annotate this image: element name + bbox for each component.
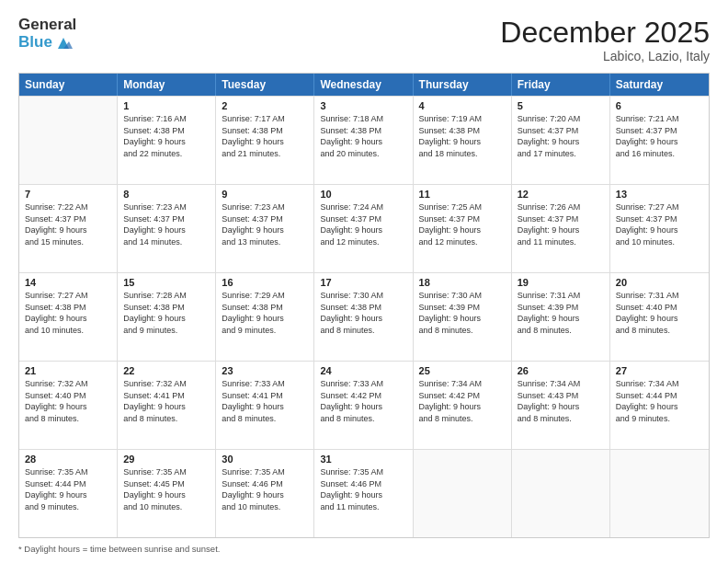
day-number: 10 [320, 189, 406, 200]
day-number: 28 [25, 454, 111, 465]
day-number: 13 [616, 189, 703, 200]
calendar-cell: 23Sunrise: 7:33 AMSunset: 4:41 PMDayligh… [216, 362, 314, 449]
calendar-cell: 16Sunrise: 7:29 AMSunset: 4:38 PMDayligh… [216, 273, 314, 361]
day-number: 17 [320, 277, 406, 288]
day-info: Sunrise: 7:25 AMSunset: 4:37 PMDaylight:… [419, 201, 506, 247]
logo: General Blue [18, 17, 76, 52]
day-number: 6 [616, 100, 703, 111]
location: Labico, Lazio, Italy [500, 49, 710, 63]
day-info: Sunrise: 7:35 AMSunset: 4:44 PMDaylight:… [25, 466, 111, 512]
calendar-cell [610, 450, 709, 537]
header-cell-friday: Friday [512, 74, 610, 96]
calendar-cell: 17Sunrise: 7:30 AMSunset: 4:38 PMDayligh… [314, 273, 413, 361]
logo-blue: Blue [18, 34, 52, 52]
day-info: Sunrise: 7:23 AMSunset: 4:37 PMDaylight:… [222, 201, 308, 247]
calendar-body: 1Sunrise: 7:16 AMSunset: 4:38 PMDaylight… [19, 96, 709, 537]
week-row-1: 1Sunrise: 7:16 AMSunset: 4:38 PMDaylight… [19, 96, 709, 184]
day-info: Sunrise: 7:32 AMSunset: 4:40 PMDaylight:… [25, 378, 111, 424]
day-number: 15 [123, 277, 210, 288]
calendar-cell: 11Sunrise: 7:25 AMSunset: 4:37 PMDayligh… [414, 185, 512, 272]
day-info: Sunrise: 7:35 AMSunset: 4:45 PMDaylight:… [123, 466, 210, 512]
day-info: Sunrise: 7:34 AMSunset: 4:43 PMDaylight:… [518, 378, 604, 424]
day-info: Sunrise: 7:33 AMSunset: 4:42 PMDaylight:… [320, 378, 406, 424]
calendar-cell: 24Sunrise: 7:33 AMSunset: 4:42 PMDayligh… [314, 362, 413, 449]
day-number: 31 [320, 454, 406, 465]
header-cell-monday: Monday [118, 74, 216, 96]
calendar-cell [512, 450, 610, 537]
day-info: Sunrise: 7:29 AMSunset: 4:38 PMDaylight:… [222, 290, 308, 336]
calendar-cell: 19Sunrise: 7:31 AMSunset: 4:39 PMDayligh… [512, 273, 610, 361]
calendar-cell: 4Sunrise: 7:19 AMSunset: 4:38 PMDaylight… [414, 97, 512, 184]
calendar-cell: 1Sunrise: 7:16 AMSunset: 4:38 PMDaylight… [118, 97, 216, 184]
day-info: Sunrise: 7:31 AMSunset: 4:40 PMDaylight:… [616, 290, 703, 336]
calendar-cell: 10Sunrise: 7:24 AMSunset: 4:37 PMDayligh… [314, 185, 413, 272]
calendar-cell: 26Sunrise: 7:34 AMSunset: 4:43 PMDayligh… [512, 362, 610, 449]
calendar-cell: 18Sunrise: 7:30 AMSunset: 4:39 PMDayligh… [414, 273, 512, 361]
calendar: SundayMondayTuesdayWednesdayThursdayFrid… [18, 73, 710, 538]
day-info: Sunrise: 7:34 AMSunset: 4:42 PMDaylight:… [419, 378, 506, 424]
calendar-cell [19, 97, 118, 184]
day-info: Sunrise: 7:27 AMSunset: 4:37 PMDaylight:… [616, 201, 703, 247]
calendar-cell: 25Sunrise: 7:34 AMSunset: 4:42 PMDayligh… [414, 362, 512, 449]
day-info: Sunrise: 7:18 AMSunset: 4:38 PMDaylight:… [320, 113, 406, 159]
day-info: Sunrise: 7:23 AMSunset: 4:37 PMDaylight:… [123, 201, 210, 247]
day-info: Sunrise: 7:35 AMSunset: 4:46 PMDaylight:… [222, 466, 308, 512]
day-info: Sunrise: 7:19 AMSunset: 4:38 PMDaylight:… [419, 113, 506, 159]
day-info: Sunrise: 7:21 AMSunset: 4:37 PMDaylight:… [616, 113, 703, 159]
calendar-cell: 27Sunrise: 7:34 AMSunset: 4:44 PMDayligh… [610, 362, 709, 449]
calendar-cell: 14Sunrise: 7:27 AMSunset: 4:38 PMDayligh… [19, 273, 118, 361]
day-number: 2 [222, 100, 308, 111]
calendar-cell: 12Sunrise: 7:26 AMSunset: 4:37 PMDayligh… [512, 185, 610, 272]
calendar-cell: 6Sunrise: 7:21 AMSunset: 4:37 PMDaylight… [610, 97, 709, 184]
day-info: Sunrise: 7:33 AMSunset: 4:41 PMDaylight:… [222, 378, 308, 424]
day-number: 29 [123, 454, 210, 465]
calendar-cell [414, 450, 512, 537]
day-number: 7 [25, 189, 111, 200]
day-number: 19 [518, 277, 604, 288]
day-number: 26 [518, 365, 604, 376]
day-number: 9 [222, 189, 308, 200]
week-row-3: 14Sunrise: 7:27 AMSunset: 4:38 PMDayligh… [19, 272, 709, 361]
week-row-2: 7Sunrise: 7:22 AMSunset: 4:37 PMDaylight… [19, 184, 709, 272]
calendar-cell: 21Sunrise: 7:32 AMSunset: 4:40 PMDayligh… [19, 362, 118, 449]
calendar-cell: 3Sunrise: 7:18 AMSunset: 4:38 PMDaylight… [314, 97, 413, 184]
day-info: Sunrise: 7:30 AMSunset: 4:38 PMDaylight:… [320, 290, 406, 336]
day-number: 12 [518, 189, 604, 200]
header: General Blue December 2025 Labico, Lazio… [18, 17, 710, 63]
calendar-cell: 2Sunrise: 7:17 AMSunset: 4:38 PMDaylight… [216, 97, 314, 184]
week-row-4: 21Sunrise: 7:32 AMSunset: 4:40 PMDayligh… [19, 361, 709, 449]
day-number: 1 [123, 100, 210, 111]
header-cell-sunday: Sunday [19, 74, 118, 96]
calendar-cell: 31Sunrise: 7:35 AMSunset: 4:46 PMDayligh… [314, 450, 413, 537]
day-info: Sunrise: 7:16 AMSunset: 4:38 PMDaylight:… [123, 113, 210, 159]
day-number: 16 [222, 277, 308, 288]
calendar-header: SundayMondayTuesdayWednesdayThursdayFrid… [19, 74, 709, 96]
calendar-cell: 8Sunrise: 7:23 AMSunset: 4:37 PMDaylight… [118, 185, 216, 272]
day-number: 4 [419, 100, 506, 111]
day-info: Sunrise: 7:20 AMSunset: 4:37 PMDaylight:… [518, 113, 604, 159]
day-info: Sunrise: 7:30 AMSunset: 4:39 PMDaylight:… [419, 290, 506, 336]
day-info: Sunrise: 7:32 AMSunset: 4:41 PMDaylight:… [123, 378, 210, 424]
day-number: 11 [419, 189, 506, 200]
header-cell-tuesday: Tuesday [216, 74, 314, 96]
calendar-cell: 29Sunrise: 7:35 AMSunset: 4:45 PMDayligh… [118, 450, 216, 537]
header-cell-saturday: Saturday [610, 74, 709, 96]
calendar-cell: 15Sunrise: 7:28 AMSunset: 4:38 PMDayligh… [118, 273, 216, 361]
calendar-cell: 9Sunrise: 7:23 AMSunset: 4:37 PMDaylight… [216, 185, 314, 272]
header-cell-wednesday: Wednesday [314, 74, 413, 96]
calendar-cell: 28Sunrise: 7:35 AMSunset: 4:44 PMDayligh… [19, 450, 118, 537]
calendar-cell: 7Sunrise: 7:22 AMSunset: 4:37 PMDaylight… [19, 185, 118, 272]
day-info: Sunrise: 7:17 AMSunset: 4:38 PMDaylight:… [222, 113, 308, 159]
calendar-cell: 22Sunrise: 7:32 AMSunset: 4:41 PMDayligh… [118, 362, 216, 449]
day-number: 23 [222, 365, 308, 376]
day-number: 8 [123, 189, 210, 200]
day-info: Sunrise: 7:26 AMSunset: 4:37 PMDaylight:… [518, 201, 604, 247]
footer: * Daylight hours = time between sunrise … [18, 542, 710, 554]
day-info: Sunrise: 7:28 AMSunset: 4:38 PMDaylight:… [123, 290, 210, 336]
day-number: 22 [123, 365, 210, 376]
day-number: 20 [616, 277, 703, 288]
week-row-5: 28Sunrise: 7:35 AMSunset: 4:44 PMDayligh… [19, 449, 709, 537]
day-number: 18 [419, 277, 506, 288]
day-info: Sunrise: 7:35 AMSunset: 4:46 PMDaylight:… [320, 466, 406, 512]
day-number: 30 [222, 454, 308, 465]
